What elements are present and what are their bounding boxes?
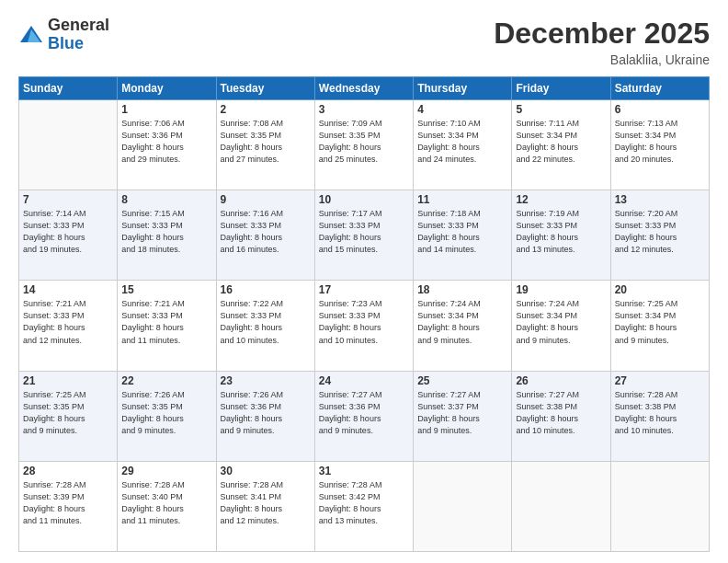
header: General Blue December 2025 Balakliia, Uk… bbox=[18, 17, 710, 67]
day-info: Sunrise: 7:28 AM Sunset: 3:42 PM Dayligh… bbox=[319, 479, 409, 527]
day-number: 6 bbox=[615, 103, 705, 116]
day-header-monday: Monday bbox=[118, 77, 216, 100]
day-info: Sunrise: 7:21 AM Sunset: 3:33 PM Dayligh… bbox=[121, 298, 211, 346]
calendar-day-cell bbox=[512, 461, 610, 551]
day-number: 4 bbox=[417, 103, 507, 116]
page: General Blue December 2025 Balakliia, Uk… bbox=[0, 0, 728, 563]
calendar-day-cell: 17Sunrise: 7:23 AM Sunset: 3:33 PM Dayli… bbox=[314, 281, 413, 371]
day-info: Sunrise: 7:09 AM Sunset: 3:35 PM Dayligh… bbox=[319, 118, 409, 166]
day-info: Sunrise: 7:16 AM Sunset: 3:33 PM Dayligh… bbox=[221, 208, 311, 256]
day-number: 27 bbox=[615, 374, 705, 387]
day-header-tuesday: Tuesday bbox=[216, 77, 314, 100]
day-number: 18 bbox=[417, 283, 507, 296]
calendar-day-cell: 30Sunrise: 7:28 AM Sunset: 3:41 PM Dayli… bbox=[216, 461, 314, 551]
day-number: 16 bbox=[221, 283, 311, 296]
calendar-day-cell: 5Sunrise: 7:11 AM Sunset: 3:34 PM Daylig… bbox=[512, 100, 610, 190]
day-info: Sunrise: 7:24 AM Sunset: 3:34 PM Dayligh… bbox=[516, 298, 606, 346]
day-header-thursday: Thursday bbox=[414, 77, 512, 100]
calendar-day-cell: 11Sunrise: 7:18 AM Sunset: 3:33 PM Dayli… bbox=[414, 190, 512, 281]
calendar-day-cell: 21Sunrise: 7:25 AM Sunset: 3:35 PM Dayli… bbox=[19, 371, 118, 461]
calendar-day-cell: 27Sunrise: 7:28 AM Sunset: 3:38 PM Dayli… bbox=[610, 371, 709, 461]
day-number: 3 bbox=[319, 103, 409, 116]
logo-text: General Blue bbox=[48, 17, 109, 53]
day-info: Sunrise: 7:25 AM Sunset: 3:35 PM Dayligh… bbox=[23, 389, 113, 437]
calendar-day-cell: 2Sunrise: 7:08 AM Sunset: 3:35 PM Daylig… bbox=[216, 100, 314, 190]
day-number: 5 bbox=[516, 103, 606, 116]
day-number: 15 bbox=[121, 283, 211, 296]
calendar-day-cell: 26Sunrise: 7:27 AM Sunset: 3:38 PM Dayli… bbox=[512, 371, 610, 461]
day-info: Sunrise: 7:22 AM Sunset: 3:33 PM Dayligh… bbox=[221, 298, 311, 346]
day-info: Sunrise: 7:11 AM Sunset: 3:34 PM Dayligh… bbox=[516, 118, 606, 166]
logo: General Blue bbox=[18, 17, 109, 53]
day-number: 13 bbox=[615, 193, 705, 206]
day-number: 21 bbox=[23, 374, 113, 387]
day-header-sunday: Sunday bbox=[19, 77, 118, 100]
logo-icon bbox=[18, 22, 44, 48]
calendar-day-cell bbox=[610, 461, 709, 551]
calendar-day-cell: 12Sunrise: 7:19 AM Sunset: 3:33 PM Dayli… bbox=[512, 190, 610, 281]
calendar-day-cell: 19Sunrise: 7:24 AM Sunset: 3:34 PM Dayli… bbox=[512, 281, 610, 371]
day-number: 23 bbox=[221, 374, 311, 387]
calendar: SundayMondayTuesdayWednesdayThursdayFrid… bbox=[18, 76, 710, 552]
day-number: 30 bbox=[221, 465, 311, 477]
logo-blue: Blue bbox=[48, 35, 109, 53]
day-number: 22 bbox=[121, 374, 211, 387]
day-number: 12 bbox=[516, 193, 606, 206]
title-block: December 2025 Balakliia, Ukraine bbox=[494, 17, 710, 67]
day-info: Sunrise: 7:28 AM Sunset: 3:40 PM Dayligh… bbox=[121, 479, 211, 527]
day-number: 17 bbox=[319, 283, 409, 296]
day-info: Sunrise: 7:28 AM Sunset: 3:41 PM Dayligh… bbox=[221, 479, 311, 527]
day-number: 28 bbox=[23, 465, 113, 477]
logo-general: General bbox=[48, 17, 109, 35]
day-number: 24 bbox=[319, 374, 409, 387]
calendar-header-row: SundayMondayTuesdayWednesdayThursdayFrid… bbox=[19, 77, 710, 100]
day-info: Sunrise: 7:14 AM Sunset: 3:33 PM Dayligh… bbox=[23, 208, 113, 256]
calendar-day-cell: 13Sunrise: 7:20 AM Sunset: 3:33 PM Dayli… bbox=[610, 190, 709, 281]
calendar-day-cell: 28Sunrise: 7:28 AM Sunset: 3:39 PM Dayli… bbox=[19, 461, 118, 551]
calendar-day-cell: 23Sunrise: 7:26 AM Sunset: 3:36 PM Dayli… bbox=[216, 371, 314, 461]
day-number: 29 bbox=[121, 465, 211, 477]
day-number: 8 bbox=[121, 193, 211, 206]
day-info: Sunrise: 7:21 AM Sunset: 3:33 PM Dayligh… bbox=[23, 298, 113, 346]
calendar-day-cell: 3Sunrise: 7:09 AM Sunset: 3:35 PM Daylig… bbox=[314, 100, 413, 190]
calendar-week-row: 14Sunrise: 7:21 AM Sunset: 3:33 PM Dayli… bbox=[19, 281, 710, 371]
calendar-week-row: 21Sunrise: 7:25 AM Sunset: 3:35 PM Dayli… bbox=[19, 371, 710, 461]
day-number: 9 bbox=[221, 193, 311, 206]
day-number: 25 bbox=[417, 374, 507, 387]
day-header-saturday: Saturday bbox=[610, 77, 709, 100]
day-info: Sunrise: 7:24 AM Sunset: 3:34 PM Dayligh… bbox=[417, 298, 507, 346]
day-info: Sunrise: 7:28 AM Sunset: 3:38 PM Dayligh… bbox=[615, 389, 705, 437]
day-info: Sunrise: 7:18 AM Sunset: 3:33 PM Dayligh… bbox=[417, 208, 507, 256]
day-info: Sunrise: 7:26 AM Sunset: 3:36 PM Dayligh… bbox=[221, 389, 311, 437]
day-number: 1 bbox=[121, 103, 211, 116]
day-info: Sunrise: 7:17 AM Sunset: 3:33 PM Dayligh… bbox=[319, 208, 409, 256]
calendar-day-cell: 1Sunrise: 7:06 AM Sunset: 3:36 PM Daylig… bbox=[118, 100, 216, 190]
calendar-day-cell: 31Sunrise: 7:28 AM Sunset: 3:42 PM Dayli… bbox=[314, 461, 413, 551]
day-info: Sunrise: 7:08 AM Sunset: 3:35 PM Dayligh… bbox=[221, 118, 311, 166]
calendar-day-cell: 22Sunrise: 7:26 AM Sunset: 3:35 PM Dayli… bbox=[118, 371, 216, 461]
day-info: Sunrise: 7:27 AM Sunset: 3:37 PM Dayligh… bbox=[417, 389, 507, 437]
calendar-day-cell bbox=[19, 100, 118, 190]
day-info: Sunrise: 7:27 AM Sunset: 3:38 PM Dayligh… bbox=[516, 389, 606, 437]
day-number: 14 bbox=[23, 283, 113, 296]
calendar-day-cell: 8Sunrise: 7:15 AM Sunset: 3:33 PM Daylig… bbox=[118, 190, 216, 281]
calendar-week-row: 7Sunrise: 7:14 AM Sunset: 3:33 PM Daylig… bbox=[19, 190, 710, 281]
calendar-day-cell: 9Sunrise: 7:16 AM Sunset: 3:33 PM Daylig… bbox=[216, 190, 314, 281]
calendar-day-cell: 18Sunrise: 7:24 AM Sunset: 3:34 PM Dayli… bbox=[414, 281, 512, 371]
day-header-wednesday: Wednesday bbox=[314, 77, 413, 100]
calendar-day-cell: 4Sunrise: 7:10 AM Sunset: 3:34 PM Daylig… bbox=[414, 100, 512, 190]
day-info: Sunrise: 7:10 AM Sunset: 3:34 PM Dayligh… bbox=[417, 118, 507, 166]
day-info: Sunrise: 7:15 AM Sunset: 3:33 PM Dayligh… bbox=[121, 208, 211, 256]
calendar-day-cell: 10Sunrise: 7:17 AM Sunset: 3:33 PM Dayli… bbox=[314, 190, 413, 281]
location: Balakliia, Ukraine bbox=[494, 52, 710, 67]
day-info: Sunrise: 7:23 AM Sunset: 3:33 PM Dayligh… bbox=[319, 298, 409, 346]
day-info: Sunrise: 7:26 AM Sunset: 3:35 PM Dayligh… bbox=[121, 389, 211, 437]
day-number: 2 bbox=[221, 103, 311, 116]
month-title: December 2025 bbox=[494, 17, 710, 51]
day-info: Sunrise: 7:13 AM Sunset: 3:34 PM Dayligh… bbox=[615, 118, 705, 166]
calendar-day-cell: 7Sunrise: 7:14 AM Sunset: 3:33 PM Daylig… bbox=[19, 190, 118, 281]
calendar-day-cell: 6Sunrise: 7:13 AM Sunset: 3:34 PM Daylig… bbox=[610, 100, 709, 190]
day-info: Sunrise: 7:20 AM Sunset: 3:33 PM Dayligh… bbox=[615, 208, 705, 256]
day-number: 11 bbox=[417, 193, 507, 206]
day-info: Sunrise: 7:28 AM Sunset: 3:39 PM Dayligh… bbox=[23, 479, 113, 527]
